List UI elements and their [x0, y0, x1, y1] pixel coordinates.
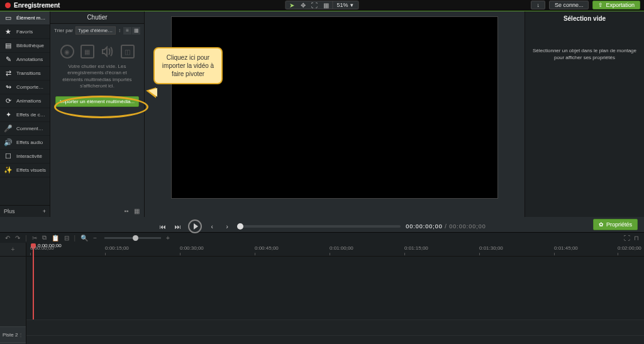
media-bin-panel: Chutier Trier par Type d'élément mult...…: [50, 11, 145, 217]
sort-select[interactable]: Type d'élément mult...: [75, 26, 116, 35]
sidebar-item-label: Transitions: [16, 70, 41, 76]
play-button[interactable]: [188, 219, 202, 233]
view-toggle[interactable]: ≡▦: [123, 27, 140, 35]
thumbnail-size-icon[interactable]: ▦: [133, 207, 140, 214]
sidebar-item-behaviors[interactable]: ↬Comportements: [0, 80, 50, 94]
sidebar-item-media[interactable]: ▭Élément multim...: [0, 11, 50, 25]
ruler-tick: 0:01:45;00: [554, 245, 578, 251]
prev-frame-button[interactable]: ⏮: [158, 221, 168, 231]
minus-icon[interactable]: −: [93, 235, 97, 241]
record-type-icon: ◉: [60, 45, 74, 58]
redo-icon[interactable]: ↷: [15, 235, 20, 241]
step-forward-button[interactable]: ›: [222, 221, 232, 231]
sidebar-item-annotations[interactable]: ✎Annotations: [0, 53, 50, 67]
sidebar-item-label: Interactivité: [16, 153, 42, 159]
sidebar-item-label: Bibliothèque: [16, 43, 44, 48]
hand-tool-icon[interactable]: ✥: [298, 1, 308, 9]
media-bin-title: Chutier: [50, 11, 144, 24]
sidebar-item-voice[interactable]: 🎤Commentaires...: [0, 122, 50, 136]
record-button[interactable]: Enregistrement: [0, 2, 65, 9]
pan-tool-icon[interactable]: ▦: [321, 1, 331, 9]
thumbnail-size-icon[interactable]: ▪▪: [123, 207, 130, 214]
copy-icon[interactable]: ⧉: [42, 234, 47, 241]
undo-icon[interactable]: ↶: [5, 235, 10, 241]
media-bin-sort-row: Trier par Type d'élément mult... ↕ ≡▦: [50, 24, 144, 37]
sidebar-item-visual-effects[interactable]: ✨Effets visuels: [0, 164, 50, 177]
sidebar-item-animations[interactable]: ⟳Animations: [0, 94, 50, 108]
add-track-button[interactable]: +: [0, 243, 26, 257]
export-label: Exportation: [606, 2, 635, 8]
star-icon: ★: [4, 28, 13, 36]
properties-panel: Sélection vide Sélectionner un objet dan…: [525, 11, 644, 217]
timeline-ruler[interactable]: 0:00:00;00 0:00:00;00 0:00:15;00 0:00:30…: [26, 243, 644, 257]
sidebar-item-label: Effets audio: [16, 140, 43, 145]
left-sidebar: ▭Élément multim... ★Favoris ▤Bibliothèqu…: [0, 11, 50, 217]
split-icon[interactable]: ⊟: [64, 235, 69, 241]
track-options-icon[interactable]: ⋮: [18, 332, 23, 338]
video-type-icon: ▦: [80, 45, 94, 58]
sidebar-item-cursor-effects[interactable]: ✦Effets de curseur: [0, 108, 50, 122]
resize-icon[interactable]: ⛶: [624, 235, 630, 241]
track-header[interactable]: Piste 2⋮: [0, 326, 26, 342]
sidebar-item-favorites[interactable]: ★Favoris: [0, 25, 50, 39]
sort-direction-icon[interactable]: ↕: [118, 28, 121, 33]
canvas-scrubber[interactable]: [237, 225, 401, 228]
grid-view-icon: ▦: [132, 27, 140, 35]
top-toolbar: Enregistrement ➤ ✥ ⛶ ▦ 51% ▾ ↓ Se conne.…: [0, 0, 644, 11]
ruler-tick: 0:01:15;00: [404, 245, 428, 251]
properties-btn-label: Propriétés: [606, 221, 632, 228]
sidebar-item-library[interactable]: ▤Bibliothèque: [0, 39, 50, 53]
timeline-zoom-slider[interactable]: [104, 237, 161, 239]
track-row[interactable]: [26, 319, 644, 335]
sidebar-item-label: Comportements: [16, 84, 46, 90]
crop-tool-icon[interactable]: ⛶: [309, 1, 319, 9]
paste-icon[interactable]: 📋: [52, 235, 59, 241]
sidebar-item-label: Animations: [16, 98, 42, 104]
sort-label: Trier par: [54, 28, 73, 33]
sidebar-item-label: Élément multim...: [16, 15, 46, 21]
upload-icon: ⇧: [598, 2, 603, 8]
sidebar-item-interactivity[interactable]: ☐Interactivité: [0, 150, 50, 164]
tracks-container: [26, 257, 644, 344]
magnet-icon[interactable]: ⊓: [634, 235, 639, 241]
speaker-icon: 🔊: [4, 139, 13, 147]
download-button[interactable]: ↓: [531, 1, 545, 9]
annotation-icon: ✎: [4, 56, 13, 64]
ruler-tick: 0:00:15;00: [105, 245, 129, 251]
sidebar-item-audio-effects[interactable]: 🔊Effets audio: [0, 136, 50, 150]
track-label: Piste 2: [3, 332, 18, 338]
cursor-tool-icon[interactable]: ➤: [287, 1, 297, 9]
properties-button[interactable]: ✿ Propriétés: [593, 219, 638, 230]
add-button[interactable]: +: [43, 208, 46, 214]
chevron-down-icon: ▾: [350, 2, 353, 8]
media-bin-footer: ▪▪ ▦: [50, 204, 144, 217]
plus-icon[interactable]: +: [166, 235, 170, 241]
signin-button[interactable]: Se conne...: [549, 1, 589, 9]
main-area: ▭Élément multim... ★Favoris ▤Bibliothèqu…: [0, 11, 644, 217]
track-row[interactable]: [26, 335, 644, 344]
next-frame-button[interactable]: ⏭: [173, 221, 183, 231]
list-view-icon: ≡: [123, 27, 131, 35]
sidebar-item-transitions[interactable]: ⇄Transitions: [0, 67, 50, 80]
more-label[interactable]: Plus: [4, 208, 15, 214]
behavior-icon: ↬: [4, 84, 13, 91]
zoom-select[interactable]: 51% ▾: [332, 1, 357, 9]
sidebar-item-label: Effets de curseur: [16, 112, 46, 118]
library-icon: ▤: [4, 42, 13, 50]
timeline-tracks-area[interactable]: 0:00:00;00 0:00:00;00 0:00:15;00 0:00:30…: [26, 243, 644, 344]
visual-effect-icon: ✨: [4, 167, 13, 174]
preview-canvas[interactable]: [171, 16, 498, 199]
properties-title: Sélection vide: [564, 15, 606, 22]
cut-icon[interactable]: ✂: [32, 235, 37, 241]
timeline-body: + Piste 2⋮ Piste 1⋮ 0:00:00;00 0:00:00;0…: [0, 243, 644, 344]
animation-icon: ⟳: [4, 97, 13, 105]
media-icon: ▭: [4, 14, 13, 22]
export-button[interactable]: ⇧ Exportation: [592, 1, 640, 9]
sidebar-item-label: Annotations: [16, 57, 43, 62]
step-back-button[interactable]: ‹: [207, 221, 217, 231]
audio-type-icon: [101, 45, 114, 58]
time-current: 00:00:00;00: [406, 223, 443, 230]
import-media-button[interactable]: Importer un élément multimédia...: [55, 96, 139, 107]
zoom-out-icon[interactable]: 🔍: [80, 235, 88, 241]
record-icon: [5, 3, 11, 8]
